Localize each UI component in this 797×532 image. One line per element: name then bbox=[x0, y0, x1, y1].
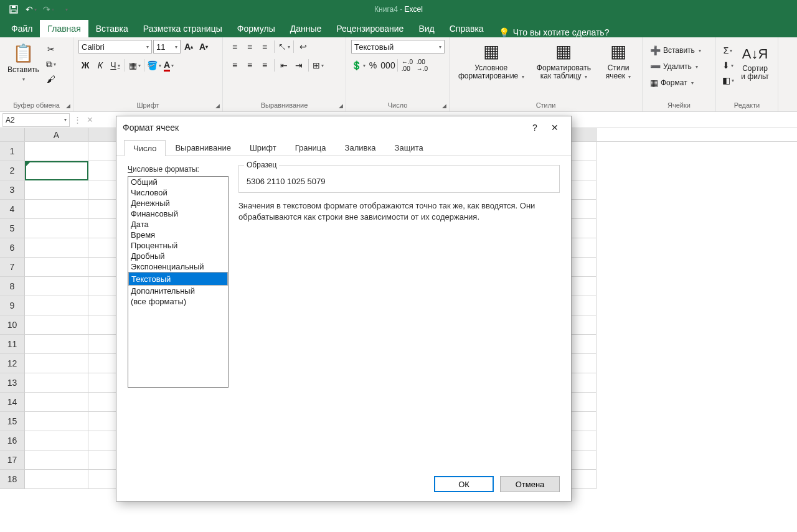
cancel-button[interactable]: Отмена bbox=[500, 476, 560, 492]
row-header[interactable]: 6 bbox=[0, 238, 25, 258]
underline-button[interactable]: Ч▾ bbox=[108, 58, 122, 72]
format-list-item[interactable]: (все форматы) bbox=[128, 296, 228, 307]
select-all-corner[interactable] bbox=[0, 128, 25, 141]
format-list-item[interactable]: Дробный bbox=[128, 251, 228, 261]
dialog-launcher-icon[interactable]: ◢ bbox=[66, 103, 70, 109]
increase-indent-button[interactable]: ⇥ bbox=[292, 58, 306, 72]
fill-button[interactable]: ⬇▾ bbox=[721, 58, 735, 72]
autosum-button[interactable]: Σ▾ bbox=[721, 44, 735, 57]
save-button[interactable] bbox=[6, 2, 21, 17]
insert-cells-button[interactable]: ➕Вставить▾ bbox=[648, 44, 710, 57]
align-center-button[interactable]: ≡ bbox=[243, 58, 257, 72]
row-header[interactable]: 8 bbox=[0, 277, 25, 296]
undo-button[interactable]: ↶▾ bbox=[24, 2, 39, 17]
tab-insert[interactable]: Вставка bbox=[88, 20, 136, 37]
cell[interactable] bbox=[25, 219, 88, 238]
align-bottom-button[interactable]: ≡ bbox=[258, 40, 271, 54]
cell[interactable] bbox=[25, 296, 88, 315]
accounting-format-button[interactable]: 💲▾ bbox=[351, 58, 365, 72]
number-format-select[interactable]: Текстовый▾ bbox=[351, 40, 445, 54]
tab-view[interactable]: Вид bbox=[411, 20, 441, 37]
copy-button[interactable]: ⧉▾ bbox=[44, 57, 58, 71]
number-format-listbox[interactable]: ОбщийЧисловойДенежныйФинансовыйДатаВремя… bbox=[128, 176, 229, 388]
increase-decimal-button[interactable]: ←.0.00 bbox=[400, 58, 414, 72]
format-list-item[interactable]: Денежный bbox=[128, 198, 228, 208]
row-header[interactable]: 9 bbox=[0, 296, 25, 315]
tab-review[interactable]: Рецензирование bbox=[329, 20, 411, 37]
row-header[interactable]: 2 bbox=[0, 161, 25, 180]
decrease-indent-button[interactable]: ⇤ bbox=[277, 58, 291, 72]
dialog-tab-number[interactable]: Число bbox=[124, 140, 166, 156]
font-size-select[interactable]: 11▾ bbox=[153, 40, 181, 54]
row-header[interactable]: 17 bbox=[0, 450, 25, 470]
grow-font-button[interactable]: A▴ bbox=[182, 40, 196, 54]
decrease-decimal-button[interactable]: .00→.0 bbox=[415, 58, 429, 72]
cell[interactable] bbox=[25, 238, 88, 258]
dialog-launcher-icon[interactable]: ◢ bbox=[442, 103, 446, 109]
row-header[interactable]: 18 bbox=[0, 470, 25, 489]
row-header[interactable]: 5 bbox=[0, 219, 25, 238]
paste-button[interactable]: 📋 Вставить▾ bbox=[5, 40, 42, 86]
clear-button[interactable]: ◧▾ bbox=[721, 73, 735, 87]
cell[interactable] bbox=[25, 450, 88, 470]
wrap-text-button[interactable]: ↩ bbox=[296, 40, 310, 54]
bold-button[interactable]: Ж bbox=[78, 58, 92, 72]
format-list-item[interactable]: Числовой bbox=[128, 187, 228, 198]
dialog-tab-alignment[interactable]: Выравнивание bbox=[166, 139, 240, 156]
format-cells-button[interactable]: ▦Формат▾ bbox=[648, 76, 710, 90]
format-list-item[interactable]: Экспоненциальный bbox=[128, 261, 228, 272]
tab-data[interactable]: Данные bbox=[283, 20, 329, 37]
align-right-button[interactable]: ≡ bbox=[258, 58, 271, 72]
name-box[interactable]: A2▾ bbox=[2, 113, 70, 127]
cell[interactable] bbox=[25, 354, 88, 373]
cell[interactable] bbox=[25, 258, 88, 277]
cell[interactable] bbox=[25, 161, 88, 180]
confirm-edit-button[interactable]: ✕ bbox=[83, 115, 96, 124]
cell[interactable] bbox=[25, 335, 88, 354]
format-painter-button[interactable]: 🖌 bbox=[44, 72, 58, 86]
column-header[interactable]: A bbox=[25, 128, 88, 141]
tab-home[interactable]: Главная bbox=[40, 20, 88, 37]
format-list-item[interactable]: Общий bbox=[128, 177, 228, 187]
dialog-tab-protection[interactable]: Защита bbox=[385, 139, 433, 156]
dialog-tab-border[interactable]: Граница bbox=[286, 139, 336, 156]
format-list-item[interactable]: Текстовый bbox=[128, 272, 228, 286]
tab-page-layout[interactable]: Разметка страницы bbox=[136, 20, 230, 37]
ok-button[interactable]: ОК bbox=[434, 476, 494, 492]
row-header[interactable]: 11 bbox=[0, 335, 25, 354]
align-middle-button[interactable]: ≡ bbox=[243, 40, 257, 54]
cell[interactable] bbox=[25, 431, 88, 450]
fill-color-button[interactable]: 🪣▾ bbox=[147, 58, 161, 72]
format-list-item[interactable]: Дата bbox=[128, 219, 228, 230]
tab-help[interactable]: Справка bbox=[442, 20, 491, 37]
align-left-button[interactable]: ≡ bbox=[228, 58, 242, 72]
cancel-edit-button[interactable]: ⋮ bbox=[71, 115, 83, 124]
format-list-item[interactable]: Дополнительный bbox=[128, 286, 228, 296]
tab-file[interactable]: Файл bbox=[4, 20, 40, 37]
tell-me-search[interactable]: 💡 Что вы хотите сделать? bbox=[491, 27, 617, 37]
row-header[interactable]: 3 bbox=[0, 180, 25, 200]
dialog-launcher-icon[interactable]: ◢ bbox=[339, 103, 343, 109]
qat-customize[interactable]: ▾ bbox=[59, 2, 73, 17]
orientation-button[interactable]: ⭦▾ bbox=[277, 40, 291, 54]
dialog-close-button[interactable]: ✕ bbox=[545, 123, 565, 133]
redo-button[interactable]: ↷▾ bbox=[41, 2, 56, 17]
conditional-formatting-button[interactable]: ▦ Условное форматирование ▾ bbox=[455, 40, 528, 82]
cell[interactable] bbox=[25, 393, 88, 412]
row-header[interactable]: 4 bbox=[0, 200, 25, 219]
dialog-help-button[interactable]: ? bbox=[525, 123, 545, 133]
cell[interactable] bbox=[25, 315, 88, 335]
dialog-launcher-icon[interactable]: ◢ bbox=[215, 103, 220, 109]
shrink-font-button[interactable]: A▾ bbox=[197, 40, 210, 54]
row-header[interactable]: 14 bbox=[0, 393, 25, 412]
cell[interactable] bbox=[25, 142, 88, 161]
cell[interactable] bbox=[25, 412, 88, 431]
row-header[interactable]: 1 bbox=[0, 142, 25, 161]
cell[interactable] bbox=[25, 277, 88, 296]
cell-styles-button[interactable]: ▦ Стили ячеек ▾ bbox=[600, 40, 637, 82]
row-header[interactable]: 7 bbox=[0, 258, 25, 277]
format-list-item[interactable]: Финансовый bbox=[128, 208, 228, 219]
cell[interactable] bbox=[25, 180, 88, 200]
sort-filter-button[interactable]: А↓Я Сортир и фильт bbox=[737, 40, 773, 87]
delete-cells-button[interactable]: ➖Удалить▾ bbox=[648, 60, 710, 73]
